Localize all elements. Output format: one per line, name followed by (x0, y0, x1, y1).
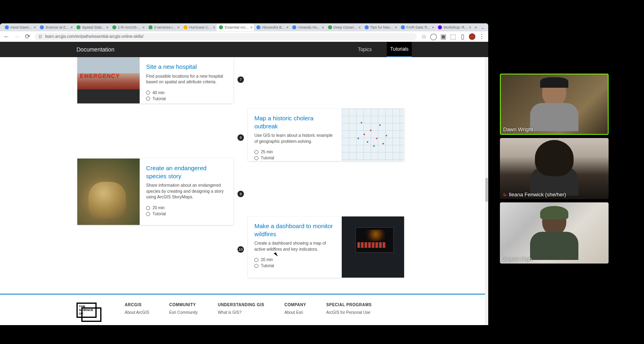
close-icon[interactable]: × (34, 25, 36, 29)
url-input[interactable]: ⊡ learn.arcgis.com/en/paths/essential-ar… (35, 33, 417, 40)
tab[interactable]: FAIR Data Tr...× (398, 24, 436, 31)
participant-tile[interactable]: Dawn Wright (500, 74, 609, 135)
video-participants-panel: Dawn Wright Ileana Fenwick (she/her) Jaq… (500, 74, 609, 264)
card-type: Tutorial (261, 264, 274, 268)
nav-tutorials[interactable]: Tutorials (387, 42, 412, 57)
tab-label: Alexandra B... (262, 25, 285, 29)
card-type: Tutorial (261, 156, 274, 160)
new-tab-button[interactable]: + (473, 24, 479, 31)
close-icon[interactable]: × (359, 25, 361, 29)
tutorial-icon (254, 156, 258, 160)
card-time: 20 min (261, 257, 273, 262)
tab-label: Amanda Hu... (298, 25, 320, 29)
tab-label: Science at E... (45, 25, 69, 29)
tab-label: Spatial Stati... (82, 25, 105, 29)
clock-icon (146, 206, 150, 210)
tab[interactable]: Deep Ocean...× (326, 24, 362, 31)
card-type: Tutorial (153, 212, 166, 216)
star-icon[interactable]: ☆ (421, 33, 427, 40)
tab-label: Tips for Man... (370, 25, 393, 29)
close-icon[interactable]: × (250, 25, 253, 29)
tab-label: Essential Arc... (225, 25, 249, 29)
tutorial-card[interactable]: Create an endangered species story Share… (77, 159, 233, 225)
puzzle-icon[interactable]: ⬚ (450, 33, 456, 40)
footer-link[interactable]: ArcGIS for Personal Use (326, 310, 372, 315)
tutorial-card[interactable]: Map a historic cholera outbreak Use GIS … (248, 109, 404, 161)
back-icon[interactable]: ← (3, 33, 10, 40)
footer-link[interactable]: What is GIS? (218, 310, 264, 315)
close-icon[interactable]: × (142, 25, 145, 29)
footer-logo: THESCIENCEOF (76, 303, 105, 323)
tab-favicon-icon (40, 25, 44, 29)
footer-link[interactable]: Esri Community (169, 310, 198, 315)
address-bar: ← → ⟳ ⊡ learn.arcgis.com/en/paths/essent… (0, 31, 488, 42)
footer-heading: COMPANY (285, 303, 306, 307)
card-description: Create a dashboard showing a map of acti… (254, 240, 335, 252)
tab[interactable]: 1-R-ArcGIS-...× (110, 24, 146, 31)
tab[interactable]: 2-services-i...× (146, 24, 181, 31)
footer-link[interactable]: About Esri (285, 310, 306, 315)
participant-tile[interactable]: Ileana Fenwick (she/her) (500, 138, 609, 199)
tab[interactable]: Workshop: R...× (436, 24, 473, 31)
doc-topnav: Documentation Topics Tutorials (0, 42, 488, 57)
tab[interactable]: Science at E...× (37, 24, 74, 31)
footer-link[interactable]: About ArcGIS (125, 310, 149, 315)
tab-dropdown-icon[interactable]: ⌄ (479, 25, 486, 30)
tab[interactable]: Spatial Stati...× (74, 24, 110, 31)
tab-favicon-icon (438, 25, 442, 29)
browser-window: meet-Dawn...× Science at E...× Spatial S… (0, 23, 488, 325)
tutorial-card[interactable]: Site a new hospital Find possible locati… (77, 57, 233, 103)
tab-label: Workshop: R... (444, 25, 467, 29)
close-icon[interactable]: × (177, 25, 180, 29)
card-image (77, 57, 140, 103)
tab-favicon-icon (401, 25, 405, 29)
forward-icon[interactable]: → (14, 33, 20, 40)
tab[interactable]: meet-Dawn...× (2, 24, 37, 31)
tab-favicon-icon (112, 25, 116, 29)
tutorial-icon (146, 97, 150, 101)
close-icon[interactable]: × (432, 25, 434, 29)
footer-heading: SPECIAL PROGRAMS (326, 303, 372, 307)
profile-avatar-icon[interactable] (469, 33, 475, 40)
panel-icon[interactable]: ▯ (459, 33, 466, 40)
step-number-badge: 7 (237, 76, 244, 83)
tab-favicon-icon (219, 25, 223, 29)
tab-favicon-icon (5, 25, 9, 29)
participant-tile[interactable]: Jaquan High (500, 202, 609, 264)
footer-heading: ARCGIS (125, 303, 149, 307)
close-icon[interactable]: × (469, 25, 471, 29)
close-icon[interactable]: × (213, 25, 215, 29)
scrollbar-track[interactable] (485, 57, 488, 325)
tab-favicon-icon (292, 25, 296, 29)
clock-icon (254, 150, 258, 154)
tutorial-icon (146, 212, 150, 216)
tab-favicon-icon (184, 25, 188, 29)
close-icon[interactable]: × (322, 25, 324, 29)
close-icon[interactable]: × (106, 25, 108, 29)
close-icon[interactable]: × (395, 25, 397, 29)
tab-favicon-icon (76, 25, 80, 29)
tab-active[interactable]: Essential Arc...× (217, 24, 254, 31)
clock-icon (146, 91, 150, 95)
tab-label: 2-services-i... (154, 25, 176, 29)
extension-icon[interactable]: ▣ (440, 33, 446, 40)
card-time: 20 min (153, 206, 165, 210)
extension-icon[interactable]: ◯ (430, 33, 437, 40)
close-icon[interactable]: × (286, 25, 289, 29)
browser-tabs-bar: meet-Dawn...× Science at E...× Spatial S… (0, 23, 488, 31)
tab[interactable]: Tips for Man...× (362, 24, 398, 31)
card-type: Tutorial (153, 97, 166, 101)
tab[interactable]: Alexandra B...× (254, 24, 290, 31)
close-icon[interactable]: × (70, 25, 73, 29)
menu-icon[interactable]: ⋮ (479, 33, 485, 40)
card-title: Site a new hospital (146, 63, 227, 71)
card-image (77, 159, 140, 225)
scrollbar-thumb[interactable] (485, 178, 488, 202)
tab[interactable]: Hurricane C...× (181, 24, 217, 31)
tutorial-card[interactable]: Make a dashboard to monitor wildfires Cr… (248, 216, 404, 278)
reload-icon[interactable]: ⟳ (24, 33, 31, 40)
card-image (342, 109, 404, 161)
tab[interactable]: Amanda Hu...× (290, 24, 325, 31)
card-title: Make a dashboard to monitor wildfires (254, 222, 335, 238)
nav-topics[interactable]: Topics (355, 42, 375, 57)
